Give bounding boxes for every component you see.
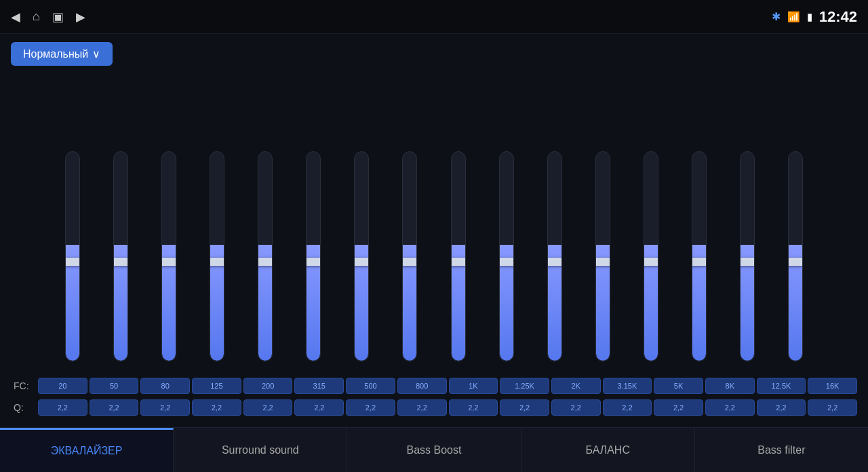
fc-btn-20[interactable]: 20 xyxy=(38,378,87,394)
slider-thumb-8K[interactable] xyxy=(692,258,707,266)
nav-icons: ◀ ⌂ ▣ ▶ xyxy=(11,9,85,24)
slider-8K[interactable] xyxy=(692,151,707,375)
fc-btn-50[interactable]: 50 xyxy=(90,378,139,394)
bluetooth-icon: ✱ xyxy=(772,10,781,23)
q-btn-4[interactable]: 2,2 xyxy=(243,399,293,416)
slider-thumb-125[interactable] xyxy=(210,258,224,266)
slider-track-2K xyxy=(547,151,562,361)
slider-track-50 xyxy=(113,151,128,361)
slider-125[interactable] xyxy=(210,151,224,375)
slider-track-125 xyxy=(210,151,224,361)
q-label: Q: xyxy=(11,402,38,413)
slider-500[interactable] xyxy=(354,151,369,375)
q-btn-6[interactable]: 2,2 xyxy=(346,399,395,416)
slider-track-20 xyxy=(65,151,80,361)
slider-2K[interactable] xyxy=(547,151,562,375)
slider-thumb-12.5K[interactable] xyxy=(740,258,755,266)
q-btn-2[interactable]: 2,2 xyxy=(140,399,190,416)
fc-btn-800[interactable]: 800 xyxy=(397,378,447,394)
fc-label: FC: xyxy=(11,380,38,391)
slider-315[interactable] xyxy=(306,151,321,375)
q-btn-9[interactable]: 2,2 xyxy=(500,399,549,416)
slider-thumb-80[interactable] xyxy=(161,258,176,266)
slider-12.5K[interactable] xyxy=(740,151,755,375)
preset-label: Нормальный xyxy=(23,48,88,60)
q-btn-0[interactable]: 2,2 xyxy=(38,399,87,416)
q-btn-11[interactable]: 2,2 xyxy=(603,399,652,416)
fc-buttons: 2050801252003155008001K1.25K2K3.15K5K8K1… xyxy=(38,378,857,394)
q-btn-5[interactable]: 2,2 xyxy=(294,399,344,416)
tab-surround-sound[interactable]: Surround sound xyxy=(174,428,347,472)
slider-80[interactable] xyxy=(161,151,176,375)
slider-thumb-5K[interactable] xyxy=(644,258,658,266)
tab-баланс[interactable]: БАЛАНС xyxy=(521,428,695,472)
slider-16K[interactable] xyxy=(788,151,803,375)
slider-track-16K xyxy=(788,151,803,361)
slider-track-800 xyxy=(402,151,417,361)
slider-thumb-200[interactable] xyxy=(258,258,273,266)
equalizer-area: FC: 2050801252003155008001K1.25K2K3.15K5… xyxy=(11,73,857,418)
slider-thumb-800[interactable] xyxy=(402,258,417,266)
slider-thumb-20[interactable] xyxy=(65,258,80,266)
fc-row: FC: 2050801252003155008001K1.25K2K3.15K5… xyxy=(11,378,857,394)
bottom-tabs: ЭКВАЛАЙЗЕРSurround soundBass BoostБАЛАНС… xyxy=(0,427,868,472)
slider-5K[interactable] xyxy=(644,151,658,375)
slider-track-8K xyxy=(692,151,707,361)
main-content: Нормальный ∨ xyxy=(0,34,868,427)
fc-btn-80[interactable]: 80 xyxy=(140,378,190,394)
slider-1.25K[interactable] xyxy=(499,151,514,375)
tab-эквалайзер[interactable]: ЭКВАЛАЙЗЕР xyxy=(0,428,174,472)
fc-btn-1.25K[interactable]: 1.25K xyxy=(500,378,549,394)
q-btn-13[interactable]: 2,2 xyxy=(705,399,755,416)
play-icon[interactable]: ▶ xyxy=(76,9,85,24)
slider-track-200 xyxy=(258,151,273,361)
slider-800[interactable] xyxy=(402,151,417,375)
fc-btn-12.5K[interactable]: 12.5K xyxy=(757,378,806,394)
q-btn-8[interactable]: 2,2 xyxy=(449,399,498,416)
windows-icon[interactable]: ▣ xyxy=(52,9,64,24)
slider-track-12.5K xyxy=(740,151,755,361)
sliders-container xyxy=(11,73,857,375)
preset-arrow: ∨ xyxy=(92,47,100,60)
fc-btn-2K[interactable]: 2K xyxy=(551,378,601,394)
slider-3.15K[interactable] xyxy=(595,151,610,375)
q-btn-1[interactable]: 2,2 xyxy=(90,399,139,416)
slider-track-1.25K xyxy=(499,151,514,361)
slider-thumb-1K[interactable] xyxy=(451,258,466,266)
slider-thumb-2K[interactable] xyxy=(547,258,562,266)
slider-thumb-500[interactable] xyxy=(354,258,369,266)
slider-50[interactable] xyxy=(113,151,128,375)
slider-track-5K xyxy=(644,151,658,361)
q-btn-3[interactable]: 2,2 xyxy=(192,399,241,416)
q-btn-15[interactable]: 2,2 xyxy=(808,399,857,416)
q-row: Q: 2,22,22,22,22,22,22,22,22,22,22,22,22… xyxy=(11,399,857,416)
fc-btn-500[interactable]: 500 xyxy=(346,378,395,394)
fc-btn-5K[interactable]: 5K xyxy=(654,378,703,394)
slider-thumb-16K[interactable] xyxy=(788,258,803,266)
fc-btn-16K[interactable]: 16K xyxy=(808,378,857,394)
q-btn-14[interactable]: 2,2 xyxy=(757,399,806,416)
q-btn-7[interactable]: 2,2 xyxy=(397,399,447,416)
fc-btn-125[interactable]: 125 xyxy=(192,378,241,394)
slider-200[interactable] xyxy=(258,151,273,375)
status-bar: ◀ ⌂ ▣ ▶ ✱ 📶 ▮ 12:42 xyxy=(0,0,868,34)
preset-button[interactable]: Нормальный ∨ xyxy=(11,42,113,66)
tab-bass-boost[interactable]: Bass Boost xyxy=(347,428,521,472)
fc-btn-3.15K[interactable]: 3.15K xyxy=(603,378,652,394)
slider-thumb-1.25K[interactable] xyxy=(499,258,514,266)
fc-btn-315[interactable]: 315 xyxy=(294,378,344,394)
q-btn-10[interactable]: 2,2 xyxy=(551,399,601,416)
back-icon[interactable]: ◀ xyxy=(11,9,20,24)
slider-thumb-50[interactable] xyxy=(113,258,128,266)
slider-1K[interactable] xyxy=(451,151,466,375)
fc-btn-200[interactable]: 200 xyxy=(243,378,293,394)
fc-btn-1K[interactable]: 1K xyxy=(449,378,498,394)
slider-thumb-3.15K[interactable] xyxy=(595,258,610,266)
fc-btn-8K[interactable]: 8K xyxy=(705,378,755,394)
slider-20[interactable] xyxy=(65,151,80,375)
home-icon[interactable]: ⌂ xyxy=(33,9,40,24)
battery-icon: ▮ xyxy=(807,11,812,23)
tab-bass-filter[interactable]: Bass filter xyxy=(695,428,868,472)
slider-thumb-315[interactable] xyxy=(306,258,321,266)
q-btn-12[interactable]: 2,2 xyxy=(654,399,703,416)
